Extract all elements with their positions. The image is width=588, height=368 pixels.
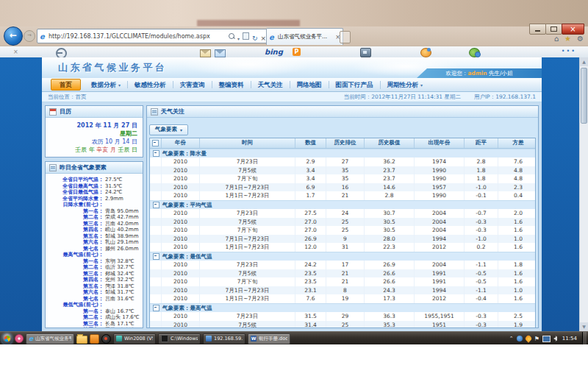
- taskbar-app-button-0[interactable]: Win2008 (VS2...: [113, 333, 156, 344]
- column-header-4[interactable]: 历史排位: [326, 138, 365, 148]
- nav-item-8[interactable]: 周期性分析: [380, 81, 430, 89]
- table-group-row[interactable]: 气象要素：最高气温: [150, 303, 535, 313]
- scroll-up-arrow-icon[interactable]: [580, 57, 588, 66]
- minimize-button[interactable]: [529, 24, 546, 35]
- more-options-dots[interactable]: •••: [562, 48, 576, 54]
- column-header-8[interactable]: 方差: [498, 138, 536, 148]
- table-row[interactable]: 20107月23日2.92736.219742.87.6: [150, 158, 535, 166]
- collapse-icon[interactable]: [153, 202, 159, 208]
- nav-item-1[interactable]: 数据分析: [85, 81, 127, 89]
- collapse-icon[interactable]: [153, 150, 159, 157]
- nav-item-0[interactable]: 首页: [51, 79, 81, 91]
- addon-spark-icon[interactable]: [420, 48, 431, 57]
- nav-item-2[interactable]: 敏感性分析: [127, 81, 173, 88]
- scroll-down-arrow-icon[interactable]: [580, 322, 588, 331]
- table-row[interactable]: 20107月下旬3.43523.719901.84.8: [150, 174, 535, 183]
- collapse-icon[interactable]: [153, 253, 159, 260]
- tray-blue-app-icon[interactable]: [517, 336, 523, 342]
- media-player-icon[interactable]: [101, 334, 111, 344]
- nav-item-7[interactable]: 图面下行产品: [329, 81, 380, 88]
- table-row[interactable]: 20101月1日~7月23日7.61917.32012-0.41.6: [150, 294, 535, 303]
- maximize-button[interactable]: [545, 24, 562, 35]
- column-header-2[interactable]: 时间: [200, 138, 295, 148]
- select-all-checkbox[interactable]: [152, 140, 159, 146]
- table-row[interactable]: 20107月23日27.52430.72004-0.72.0: [150, 209, 535, 218]
- p-badge-icon[interactable]: P: [293, 48, 301, 56]
- column-header-7[interactable]: 距平: [465, 138, 498, 148]
- back-button[interactable]: [4, 26, 23, 46]
- nav-item-6[interactable]: 网络地图: [290, 81, 329, 88]
- nav-item-5[interactable]: 天气关注: [251, 81, 290, 88]
- scrollbar-thumb[interactable]: [581, 68, 587, 124]
- start-button[interactable]: [1, 333, 12, 344]
- table-row[interactable]: 20107月1日~7月23日6.91614.61957-1.02.3: [150, 183, 535, 192]
- close-toolbar-icon[interactable]: [13, 49, 18, 55]
- table-row[interactable]: 20107月5候3.43523.719901.84.8: [150, 166, 535, 175]
- table-group-row[interactable]: 气象要素：平均气温: [150, 200, 535, 210]
- table-cell: 26.6: [365, 277, 415, 286]
- taskbar-app-button-3[interactable]: W银行手册.docx ...: [248, 333, 290, 344]
- table-row[interactable]: 20107月下旬23.52126.61991-0.51.6: [150, 277, 535, 286]
- table-row[interactable]: 20101月1日~7月23日12.03122.320120.21.6: [150, 243, 535, 252]
- table-row[interactable]: 20101月1日~7月23日1.7212.81990-0.10.4: [150, 191, 535, 200]
- taskbar-app-label: 银行手册.docx ...: [259, 336, 287, 342]
- explorer-folder-icon[interactable]: [76, 336, 87, 344]
- table-cell: 35: [326, 174, 365, 183]
- table-row[interactable]: 20107月5候27.02530.52004-0.31.6: [150, 218, 535, 227]
- element-filter-button[interactable]: 气象要素: [149, 124, 188, 135]
- close-window-button[interactable]: [562, 24, 584, 35]
- table-group-row[interactable]: 气象要素：最低气温: [150, 252, 535, 261]
- table-row[interactable]: 20107月1日~7月23日26.9928.01994-1.01.0: [150, 235, 535, 244]
- table-cell: 26.9: [295, 235, 326, 244]
- orange-app-icon[interactable]: [90, 334, 99, 344]
- nav-item-4[interactable]: 整编资料: [212, 81, 251, 88]
- compatibility-icon[interactable]: [243, 32, 249, 40]
- forward-button[interactable]: [24, 30, 35, 42]
- flower-app-icon[interactable]: [15, 334, 24, 343]
- taskbar-app-button-1[interactable]: C:\Windows\s...: [158, 333, 201, 344]
- stop-icon[interactable]: [260, 29, 266, 43]
- table-row[interactable]: 20107月5候23.52126.61991-0.51.6: [150, 269, 535, 278]
- taskbar-app-button-2[interactable]: 192.168.59.99...: [203, 333, 245, 344]
- nav-item-3[interactable]: 灾害查询: [173, 81, 212, 88]
- bing-logo[interactable]: bing: [265, 48, 283, 56]
- vertical-scrollbar[interactable]: [579, 57, 588, 331]
- table-row[interactable]: 20107月下旬27.02530.52004-0.31.6: [150, 226, 535, 235]
- table-cell: 36.3: [365, 312, 415, 321]
- settings-gear-icon[interactable]: [577, 35, 584, 43]
- table-group-row[interactable]: 气象要素：降水量: [150, 149, 535, 158]
- network-monitor-icon[interactable]: [542, 336, 551, 342]
- table-row[interactable]: 20107月23日24.21726.92004-1.11.8: [150, 261, 535, 269]
- scrollbar-track[interactable]: [580, 66, 588, 322]
- table-row[interactable]: 20107月1日~7月23日23.1824.31994-1.11.0: [150, 286, 535, 295]
- mail-blue-icon[interactable]: [215, 49, 226, 57]
- addon-video-icon[interactable]: [360, 48, 371, 57]
- show-desktop-button[interactable]: [582, 332, 587, 345]
- column-header-3[interactable]: 数值: [295, 138, 326, 148]
- chevron-down-icon[interactable]: [237, 29, 240, 43]
- action-center-flag-icon[interactable]: [534, 336, 539, 342]
- volume-icon[interactable]: [553, 336, 557, 341]
- tray-flame-icon[interactable]: [524, 334, 532, 342]
- column-header-6[interactable]: 出现年份: [415, 138, 465, 148]
- taskbar-ie-button[interactable]: 山东省气候业务平...: [26, 333, 74, 344]
- address-bar[interactable]: http://192.168.137.1/GLCCLIMATE/modules/…: [37, 29, 269, 43]
- collapse-icon[interactable]: [153, 305, 159, 311]
- addon-people-icon[interactable]: [469, 48, 480, 57]
- tray-expand-icon[interactable]: [509, 336, 514, 342]
- browser-tab[interactable]: 山东省气候业务平...: [266, 28, 343, 45]
- taskbar-clock[interactable]: 11:54: [559, 336, 580, 342]
- current-time: 当前时间：2012年11月27日 11:14:31 星期二: [344, 93, 461, 101]
- table-row[interactable]: 20107月23日31.52936.31955,1951-0.32.5: [150, 312, 535, 321]
- home-icon[interactable]: [554, 35, 559, 43]
- refresh-icon[interactable]: [252, 29, 258, 43]
- favorites-icon[interactable]: [564, 35, 571, 43]
- new-tab-button[interactable]: [340, 31, 351, 43]
- column-header-1[interactable]: 年份: [162, 138, 200, 148]
- mail-gold-icon[interactable]: [200, 49, 211, 57]
- search-icon[interactable]: [229, 33, 234, 39]
- table-row[interactable]: 20107月5候31.42535.31951-0.31.9: [150, 321, 535, 328]
- column-header-5[interactable]: 历史极值: [365, 138, 415, 148]
- main-nav: 首页数据分析敏感性分析灾害查询整编资料天气关注网络地图图面下行产品周期性分析: [42, 78, 542, 92]
- row-spacer-cell: [150, 277, 162, 286]
